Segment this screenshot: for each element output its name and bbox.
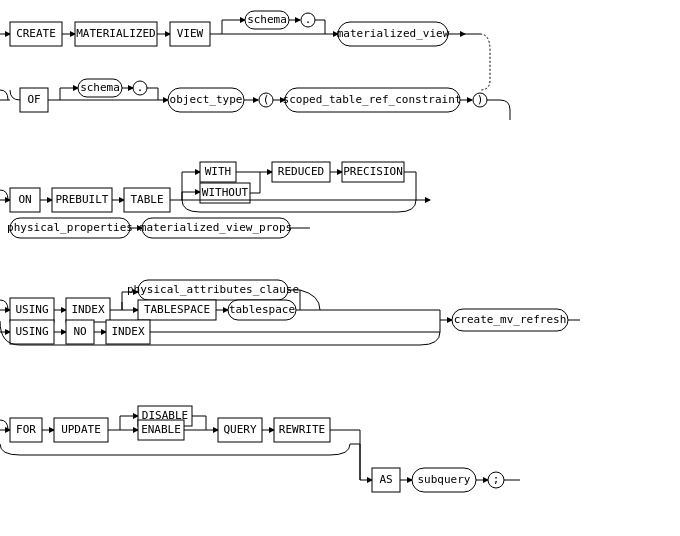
materialized-view-pill: materialized_view	[337, 27, 450, 40]
schema-pill-2: schema	[80, 81, 120, 94]
tablespace-label: TABLESPACE	[144, 303, 210, 316]
index-label-2: INDEX	[111, 325, 144, 338]
rewrite-label: REWRITE	[279, 423, 325, 436]
materialized-label: MATERIALIZED	[76, 27, 155, 40]
create-label: CREATE	[16, 27, 56, 40]
dot-circle-1: .	[305, 13, 312, 26]
precision-label: PRECISION	[343, 165, 403, 178]
update-label: UPDATE	[61, 423, 101, 436]
as-label: AS	[379, 473, 392, 486]
enable-label: ENABLE	[141, 423, 181, 436]
without-label: WITHOUT	[202, 186, 249, 199]
query-label: QUERY	[223, 423, 256, 436]
schema-pill-1: schema	[247, 13, 287, 26]
reduced-label: REDUCED	[278, 165, 324, 178]
subquery-pill: subquery	[418, 473, 471, 486]
for-label: FOR	[16, 423, 36, 436]
physical-props-pill: physical_properties	[7, 221, 133, 234]
using-label-1: USING	[15, 303, 48, 316]
dot-circle-2: .	[137, 81, 144, 94]
index-label-1: INDEX	[71, 303, 104, 316]
table-label: TABLE	[130, 193, 163, 206]
tablespace-pill: tablespace	[229, 303, 295, 316]
using-label-2: USING	[15, 325, 48, 338]
semicolon-circle: ;	[493, 473, 500, 486]
physical-attr-clause: physical_attributes_clause	[127, 283, 299, 296]
no-label: NO	[73, 325, 86, 338]
view-label: VIEW	[177, 27, 204, 40]
object-type-pill: object_type	[170, 93, 243, 106]
close-paren-1: )	[477, 93, 484, 106]
scoped-table-ref: scoped_table_ref_constraint	[283, 93, 462, 106]
mv-props-pill: materialized_view_props	[140, 221, 292, 234]
prebuilt-label: PREBUILT	[56, 193, 109, 206]
open-paren-1: (	[263, 93, 270, 106]
of-label: OF	[27, 93, 40, 106]
on-label: ON	[18, 193, 31, 206]
create-mv-refresh-pill: create_mv_refresh	[454, 313, 567, 326]
with-label: WITH	[205, 165, 232, 178]
